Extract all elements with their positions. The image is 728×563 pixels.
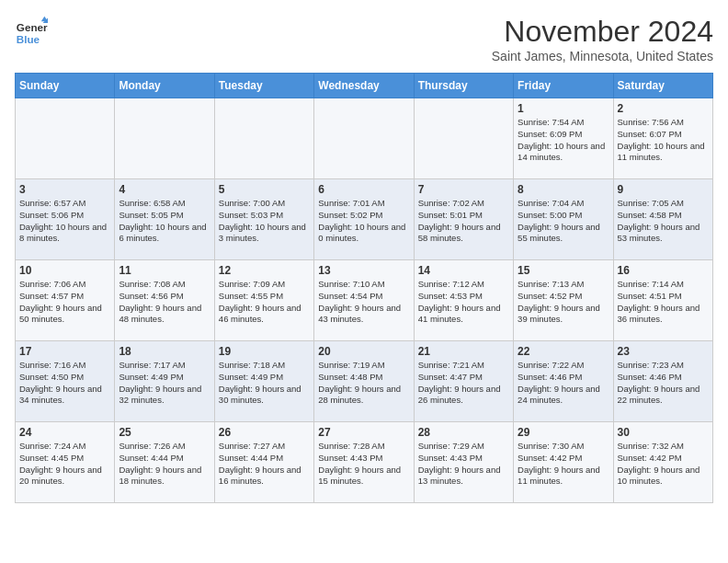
day-header-sunday: Sunday xyxy=(16,74,115,98)
calendar-cell: 10Sunrise: 7:06 AM Sunset: 4:57 PM Dayli… xyxy=(16,260,115,341)
day-number: 7 xyxy=(418,183,509,196)
day-number: 23 xyxy=(618,345,709,358)
calendar-week-1: 1Sunrise: 7:54 AM Sunset: 6:09 PM Daylig… xyxy=(16,98,713,179)
day-number: 20 xyxy=(318,345,409,358)
day-number: 25 xyxy=(119,426,210,439)
day-header-wednesday: Wednesday xyxy=(314,74,414,98)
day-info: Sunrise: 7:09 AM Sunset: 4:55 PM Dayligh… xyxy=(219,279,310,326)
calendar-cell: 29Sunrise: 7:30 AM Sunset: 4:42 PM Dayli… xyxy=(514,422,613,503)
calendar-cell xyxy=(214,98,313,179)
calendar-week-4: 17Sunrise: 7:16 AM Sunset: 4:50 PM Dayli… xyxy=(16,341,713,422)
day-info: Sunrise: 7:18 AM Sunset: 4:49 PM Dayligh… xyxy=(219,360,310,407)
calendar-cell: 3Sunrise: 6:57 AM Sunset: 5:06 PM Daylig… xyxy=(16,179,115,260)
day-info: Sunrise: 7:01 AM Sunset: 5:02 PM Dayligh… xyxy=(318,198,409,245)
day-info: Sunrise: 7:12 AM Sunset: 4:53 PM Dayligh… xyxy=(418,279,509,326)
calendar-cell: 2Sunrise: 7:56 AM Sunset: 6:07 PM Daylig… xyxy=(613,98,712,179)
calendar-week-3: 10Sunrise: 7:06 AM Sunset: 4:57 PM Dayli… xyxy=(16,260,713,341)
day-number: 6 xyxy=(318,183,409,196)
calendar-cell: 20Sunrise: 7:19 AM Sunset: 4:48 PM Dayli… xyxy=(314,341,414,422)
svg-text:Blue: Blue xyxy=(17,33,40,45)
day-number: 18 xyxy=(119,345,210,358)
day-header-saturday: Saturday xyxy=(613,74,712,98)
calendar-cell: 26Sunrise: 7:27 AM Sunset: 4:44 PM Dayli… xyxy=(214,422,313,503)
calendar-cell: 16Sunrise: 7:14 AM Sunset: 4:51 PM Dayli… xyxy=(613,260,712,341)
day-number: 12 xyxy=(219,264,310,277)
day-info: Sunrise: 7:29 AM Sunset: 4:43 PM Dayligh… xyxy=(418,441,509,488)
calendar-cell: 6Sunrise: 7:01 AM Sunset: 5:02 PM Daylig… xyxy=(314,179,414,260)
day-number: 24 xyxy=(19,426,110,439)
day-info: Sunrise: 7:27 AM Sunset: 4:44 PM Dayligh… xyxy=(219,441,310,488)
day-number: 9 xyxy=(618,183,709,196)
month-title: November 2024 xyxy=(492,15,713,49)
day-number: 10 xyxy=(19,264,110,277)
calendar-cell: 5Sunrise: 7:00 AM Sunset: 5:03 PM Daylig… xyxy=(214,179,313,260)
day-info: Sunrise: 7:00 AM Sunset: 5:03 PM Dayligh… xyxy=(219,198,310,245)
calendar-cell: 22Sunrise: 7:22 AM Sunset: 4:46 PM Dayli… xyxy=(514,341,613,422)
day-number: 16 xyxy=(618,264,709,277)
calendar-cell: 17Sunrise: 7:16 AM Sunset: 4:50 PM Dayli… xyxy=(16,341,115,422)
day-info: Sunrise: 7:22 AM Sunset: 4:46 PM Dayligh… xyxy=(518,360,609,407)
day-number: 21 xyxy=(418,345,509,358)
day-number: 28 xyxy=(418,426,509,439)
day-info: Sunrise: 7:19 AM Sunset: 4:48 PM Dayligh… xyxy=(318,360,409,407)
day-number: 30 xyxy=(618,426,709,439)
calendar-cell xyxy=(16,98,115,179)
calendar-cell: 15Sunrise: 7:13 AM Sunset: 4:52 PM Dayli… xyxy=(514,260,613,341)
day-number: 19 xyxy=(219,345,310,358)
day-info: Sunrise: 6:57 AM Sunset: 5:06 PM Dayligh… xyxy=(19,198,110,245)
day-number: 14 xyxy=(418,264,509,277)
calendar-cell: 25Sunrise: 7:26 AM Sunset: 4:44 PM Dayli… xyxy=(115,422,214,503)
day-info: Sunrise: 7:30 AM Sunset: 4:42 PM Dayligh… xyxy=(518,441,609,488)
day-number: 22 xyxy=(518,345,609,358)
day-info: Sunrise: 7:17 AM Sunset: 4:49 PM Dayligh… xyxy=(119,360,210,407)
day-info: Sunrise: 7:54 AM Sunset: 6:09 PM Dayligh… xyxy=(518,117,609,164)
day-number: 1 xyxy=(518,102,609,115)
day-info: Sunrise: 7:06 AM Sunset: 4:57 PM Dayligh… xyxy=(19,279,110,326)
calendar-cell xyxy=(115,98,214,179)
day-number: 27 xyxy=(318,426,409,439)
day-number: 26 xyxy=(219,426,310,439)
day-header-monday: Monday xyxy=(115,74,214,98)
location-subtitle: Saint James, Minnesota, United States xyxy=(492,49,713,63)
calendar-cell: 11Sunrise: 7:08 AM Sunset: 4:56 PM Dayli… xyxy=(115,260,214,341)
page-header: General Blue November 2024 Saint James, … xyxy=(15,15,713,63)
day-number: 13 xyxy=(318,264,409,277)
logo-icon: General Blue xyxy=(15,15,48,48)
calendar-cell: 27Sunrise: 7:28 AM Sunset: 4:43 PM Dayli… xyxy=(314,422,414,503)
calendar-cell: 23Sunrise: 7:23 AM Sunset: 4:46 PM Dayli… xyxy=(613,341,712,422)
day-number: 4 xyxy=(119,183,210,196)
calendar-cell: 30Sunrise: 7:32 AM Sunset: 4:42 PM Dayli… xyxy=(613,422,712,503)
calendar-cell: 21Sunrise: 7:21 AM Sunset: 4:47 PM Dayli… xyxy=(414,341,513,422)
day-info: Sunrise: 7:04 AM Sunset: 5:00 PM Dayligh… xyxy=(518,198,609,245)
day-info: Sunrise: 7:02 AM Sunset: 5:01 PM Dayligh… xyxy=(418,198,509,245)
calendar-cell: 19Sunrise: 7:18 AM Sunset: 4:49 PM Dayli… xyxy=(214,341,313,422)
day-number: 5 xyxy=(219,183,310,196)
calendar-week-5: 24Sunrise: 7:24 AM Sunset: 4:45 PM Dayli… xyxy=(16,422,713,503)
calendar-cell: 18Sunrise: 7:17 AM Sunset: 4:49 PM Dayli… xyxy=(115,341,214,422)
day-number: 17 xyxy=(19,345,110,358)
calendar-cell: 13Sunrise: 7:10 AM Sunset: 4:54 PM Dayli… xyxy=(314,260,414,341)
day-number: 29 xyxy=(518,426,609,439)
day-info: Sunrise: 7:14 AM Sunset: 4:51 PM Dayligh… xyxy=(618,279,709,326)
day-header-thursday: Thursday xyxy=(414,74,513,98)
calendar-cell: 8Sunrise: 7:04 AM Sunset: 5:00 PM Daylig… xyxy=(514,179,613,260)
calendar-cell: 14Sunrise: 7:12 AM Sunset: 4:53 PM Dayli… xyxy=(414,260,513,341)
calendar-cell: 7Sunrise: 7:02 AM Sunset: 5:01 PM Daylig… xyxy=(414,179,513,260)
day-info: Sunrise: 7:24 AM Sunset: 4:45 PM Dayligh… xyxy=(19,441,110,488)
day-info: Sunrise: 6:58 AM Sunset: 5:05 PM Dayligh… xyxy=(119,198,210,245)
calendar-table: SundayMondayTuesdayWednesdayThursdayFrid… xyxy=(15,73,713,503)
day-number: 8 xyxy=(518,183,609,196)
calendar-body: 1Sunrise: 7:54 AM Sunset: 6:09 PM Daylig… xyxy=(16,98,713,503)
day-info: Sunrise: 7:05 AM Sunset: 4:58 PM Dayligh… xyxy=(618,198,709,245)
calendar-week-2: 3Sunrise: 6:57 AM Sunset: 5:06 PM Daylig… xyxy=(16,179,713,260)
day-header-tuesday: Tuesday xyxy=(214,74,313,98)
calendar-cell xyxy=(414,98,513,179)
day-info: Sunrise: 7:23 AM Sunset: 4:46 PM Dayligh… xyxy=(618,360,709,407)
day-info: Sunrise: 7:32 AM Sunset: 4:42 PM Dayligh… xyxy=(618,441,709,488)
calendar-cell: 12Sunrise: 7:09 AM Sunset: 4:55 PM Dayli… xyxy=(214,260,313,341)
title-block: November 2024 Saint James, Minnesota, Un… xyxy=(492,15,713,63)
logo: General Blue xyxy=(15,15,48,48)
day-number: 3 xyxy=(19,183,110,196)
day-info: Sunrise: 7:13 AM Sunset: 4:52 PM Dayligh… xyxy=(518,279,609,326)
calendar-cell xyxy=(314,98,414,179)
